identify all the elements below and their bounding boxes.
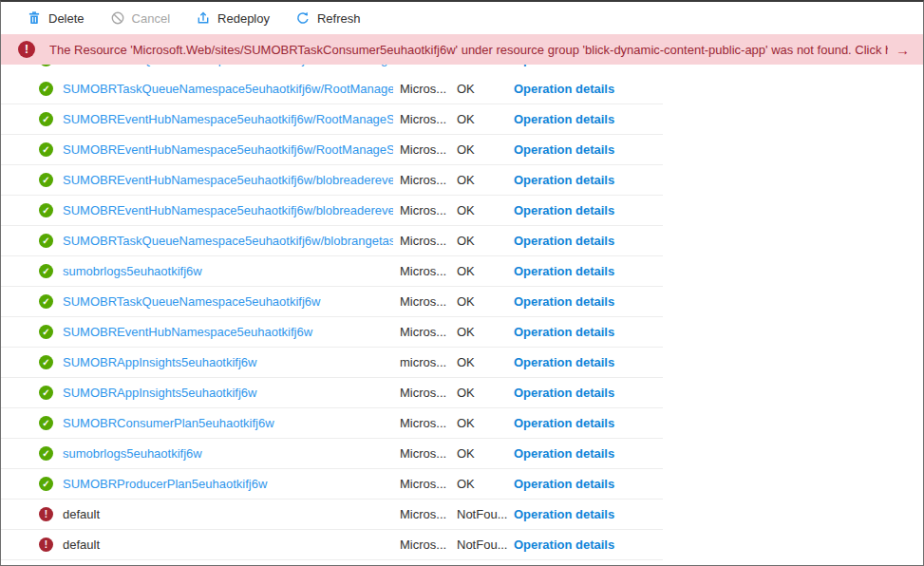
table-row[interactable]: ✓ sumobrlogs5euhaotkifj6w Micros... OK O… <box>1 439 663 469</box>
status-code: OK <box>457 416 510 430</box>
delete-button[interactable]: Delete <box>27 10 85 26</box>
status-code: OK <box>457 82 510 96</box>
operation-details-link[interactable]: Operation details <box>514 173 614 187</box>
operation-details-link[interactable]: Operation details <box>514 112 614 126</box>
resource-type: Micros... <box>400 82 453 96</box>
operation-details-link[interactable]: Operation details <box>514 416 614 430</box>
status-code: OK <box>457 386 510 400</box>
table-row[interactable]: ✓ SUMOBREventHubNamespace5euhaotkifj6w M… <box>1 317 663 348</box>
refresh-icon <box>295 10 311 26</box>
operation-details-link[interactable]: Operation details <box>514 264 614 278</box>
resource-name-link[interactable]: SUMOBREventHubNamespace5euhaotkifj6w/blo… <box>63 203 393 217</box>
status-code: OK <box>457 203 510 217</box>
resource-name-link[interactable]: SUMOBRTaskQueueNamespace5euhaotkifj6w <box>63 294 393 309</box>
resource-name-link[interactable]: SUMOBRAppInsights5euhaotkifj6w <box>63 355 393 369</box>
operation-details-link[interactable]: Operation details <box>514 446 614 461</box>
error-icon: ! <box>18 41 35 58</box>
resource-type: micros... <box>400 355 453 369</box>
arrow-right-icon: → <box>896 42 910 58</box>
status-code: OK <box>457 355 510 369</box>
operation-details-link[interactable]: Operation details <box>514 538 614 552</box>
table-row[interactable]: ✓ SUMOBREventHubNamespace5euhaotkifj6w/R… <box>1 135 663 165</box>
table-row[interactable]: ✓ SUMOBRTaskQueueNamespace5euhaotkifj6w/… <box>1 74 663 104</box>
success-icon: ✓ <box>39 65 53 66</box>
status-code: OK <box>457 446 510 461</box>
table-row[interactable]: ✓ SUMOBREventHubNamespace5euhaotkifj6w/b… <box>1 165 663 196</box>
resource-type: Micros... <box>400 507 453 521</box>
success-icon: ✓ <box>39 294 53 309</box>
success-icon: ✓ <box>39 112 53 126</box>
table-row[interactable]: ✓ SUMOBREventHubNamespace5euhaotkifj6w/R… <box>1 104 663 135</box>
resource-type: Micros... <box>400 477 453 491</box>
status-code: OK <box>457 294 510 309</box>
table-row[interactable]: ! default Micros... NotFou... Operation … <box>1 500 663 530</box>
resource-type: Micros... <box>400 65 453 66</box>
status-code: OK <box>457 234 510 248</box>
table-row[interactable]: ✓ SUMOBRTaskQueueNamespace5euhaotkifj6w/… <box>1 65 663 74</box>
resource-name-link[interactable]: SUMOBRConsumerPlan5euhaotkifj6w <box>63 416 393 430</box>
resource-name-link[interactable]: SUMOBREventHubNamespace5euhaotkifj6w/blo… <box>63 173 393 187</box>
error-banner[interactable]: ! The Resource 'Microsoft.Web/sites/SUMO… <box>1 34 923 65</box>
cancel-icon <box>110 10 125 26</box>
table-row[interactable]: ! default Micros... NotFou... Operation … <box>1 530 663 560</box>
resource-type: Micros... <box>400 386 453 400</box>
status-code: OK <box>457 142 510 157</box>
resource-type: Micros... <box>400 264 453 278</box>
redeploy-button-label: Redeploy <box>217 11 270 26</box>
status-code: OK <box>457 173 510 187</box>
resource-name-link[interactable]: SUMOBRAppInsights5euhaotkifj6w <box>63 386 393 400</box>
resource-name-link[interactable]: sumobrlogs5euhaotkifj6w <box>63 264 393 278</box>
success-icon: ✓ <box>39 355 53 369</box>
success-icon: ✓ <box>39 142 53 157</box>
table-row[interactable]: ✓ SUMOBREventHubNamespace5euhaotkifj6w/b… <box>1 196 663 226</box>
table-row[interactable]: ✓ sumobrlogs5euhaotkifj6w Micros... OK O… <box>1 256 663 287</box>
operation-details-link[interactable]: Operation details <box>514 386 614 400</box>
status-code: NotFou... <box>457 507 510 521</box>
operation-details-link[interactable]: Operation details <box>514 507 614 521</box>
operation-details-link[interactable]: Operation details <box>514 203 614 217</box>
resource-name-link[interactable]: SUMOBRProducerPlan5euhaotkifj6w <box>63 477 393 491</box>
resource-type: Micros... <box>400 325 453 339</box>
table-row[interactable]: ✓ SUMOBRTaskQueueNamespace5euhaotkifj6w … <box>1 287 663 317</box>
success-icon: ✓ <box>39 173 53 187</box>
resource-name-link[interactable]: SUMOBRTaskQueueNamespace5euhaotkifj6w/Ro… <box>63 82 393 96</box>
operation-details-link[interactable]: Operation details <box>514 294 614 309</box>
operation-details-link[interactable]: Operation details <box>514 82 614 96</box>
trash-icon <box>27 10 42 26</box>
table-row[interactable]: ✓ SUMOBRProducerPlan5euhaotkifj6w Micros… <box>1 469 663 500</box>
table-row[interactable]: ✓ SUMOBRAppInsights5euhaotkifj6w micros.… <box>1 348 663 378</box>
clipped-table-row: ✓ SUMOBRTaskQueueNamespace5euhaotkifj6w/… <box>1 65 923 74</box>
cancel-button[interactable]: Cancel <box>110 10 170 26</box>
status-code: OK <box>457 477 510 491</box>
resource-type: Micros... <box>400 173 453 187</box>
success-icon: ✓ <box>39 264 53 278</box>
redeploy-icon <box>196 10 211 26</box>
operation-details-link[interactable]: Operation details <box>514 477 614 491</box>
success-icon: ✓ <box>39 386 53 400</box>
resource-name-link[interactable]: sumobrlogs5euhaotkifj6w <box>63 446 393 461</box>
redeploy-button[interactable]: Redeploy <box>196 10 270 26</box>
resource-name-link[interactable]: SUMOBRTaskQueueNamespace5euhaotkifj6w/Ro… <box>63 65 393 66</box>
status-code: OK <box>457 264 510 278</box>
error-icon: ! <box>39 538 53 552</box>
table-row[interactable]: ✓ SUMOBRTaskQueueNamespace5euhaotkifj6w/… <box>1 226 663 256</box>
operation-details-link[interactable]: Operation details <box>514 65 614 66</box>
table-row[interactable]: ✓ SUMOBRAppInsights5euhaotkifj6w Micros.… <box>1 378 663 408</box>
resource-name: default <box>63 538 393 552</box>
resource-name-link[interactable]: SUMOBREventHubNamespace5euhaotkifj6w/Roo… <box>63 142 393 157</box>
command-bar: Delete Cancel Redeploy <box>1 2 923 34</box>
operation-details-link[interactable]: Operation details <box>514 325 614 339</box>
resource-name-link[interactable]: SUMOBREventHubNamespace5euhaotkifj6w/Roo… <box>63 112 393 126</box>
operation-details-link[interactable]: Operation details <box>514 355 614 369</box>
refresh-button[interactable]: Refresh <box>295 10 361 26</box>
success-icon: ✓ <box>39 416 53 430</box>
operation-details-link[interactable]: Operation details <box>514 142 614 157</box>
resource-type: Micros... <box>400 446 453 461</box>
resource-type: Micros... <box>400 112 453 126</box>
resource-name-link[interactable]: SUMOBREventHubNamespace5euhaotkifj6w <box>63 325 393 339</box>
success-icon: ✓ <box>39 82 53 96</box>
status-code: OK <box>457 325 510 339</box>
table-row[interactable]: ✓ SUMOBRConsumerPlan5euhaotkifj6w Micros… <box>1 408 663 439</box>
resource-name-link[interactable]: SUMOBRTaskQueueNamespace5euhaotkifj6w/bl… <box>63 234 393 248</box>
operation-details-link[interactable]: Operation details <box>514 234 614 248</box>
